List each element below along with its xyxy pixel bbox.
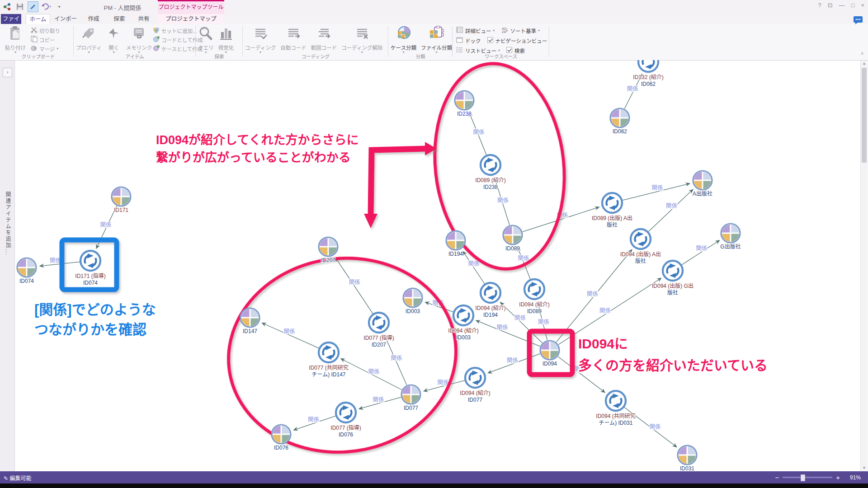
window-button-3[interactable]: □: [851, 2, 855, 9]
bottom-strip: [0, 483, 868, 488]
node-r094_194[interactable]: ID094 (紹介)ID194: [475, 283, 505, 318]
node-G出版社[interactable]: G出版社: [720, 224, 741, 250]
ribbon-button-プロパティ[interactable]: プロパティ▾: [74, 25, 104, 55]
app-icon[interactable]: [2, 2, 12, 12]
annotation-text-0: ID094が紹介してくれた方からさらに: [156, 130, 359, 148]
ribbon-button-クエリ[interactable]: クエリ▾: [196, 25, 216, 55]
node-ID194[interactable]: ID194: [446, 231, 465, 257]
edit-pencil-icon[interactable]: [28, 1, 38, 12]
edge-label: 関係: [507, 357, 518, 364]
ribbon-button-視覚化[interactable]: 視覚化▾: [216, 25, 236, 55]
クエリ-icon: [198, 26, 213, 43]
node-r171_074[interactable]: ID171 (指導)ID074: [75, 251, 105, 286]
node-r094_077[interactable]: ID094 (紹介)ID077: [460, 368, 490, 403]
node-ID077[interactable]: ID077: [401, 385, 420, 411]
window-button-0[interactable]: ?: [818, 2, 821, 9]
ribbon-button-範囲コード[interactable]: 範囲コード: [309, 25, 340, 52]
tab-ファイル[interactable]: ファイル: [1, 14, 21, 24]
node-r089_238[interactable]: ID089 (紹介)ID238: [475, 155, 505, 190]
node-ID094[interactable]: ID094: [540, 341, 559, 367]
node-ID089[interactable]: ID089: [503, 225, 522, 252]
node-label: A出版社: [693, 190, 712, 197]
ribbon-group-コーディング: コーディング▾自動コード範囲コードコーディング解除▾コーディング: [243, 24, 388, 60]
node-label-line1: ID094 (紹介): [475, 305, 505, 311]
ribbon-button-ソート基準[interactable]: AZZAソート基準▾: [501, 27, 540, 34]
window-button-4[interactable]: ×: [861, 2, 864, 9]
貼り付け-icon: [9, 26, 22, 43]
tab-作成[interactable]: 作成: [84, 14, 103, 24]
node-label-line1: ID094 (紹介): [460, 390, 490, 396]
contextual-tab-header: プロジェクトマップツール: [158, 0, 224, 14]
node-r094_pubG[interactable]: ID094 (出版) G出版社: [652, 261, 693, 296]
node-label-line1: ID089 (紹介): [475, 177, 505, 183]
edge-r077_147-ID147[interactable]: [262, 323, 319, 348]
zoom-out-button[interactable]: −: [775, 474, 779, 481]
node-ID238[interactable]: ID238: [455, 91, 474, 117]
ribbon-button-ドック[interactable]: ドック: [456, 37, 481, 44]
node-label-line2: 版社: [607, 221, 618, 228]
tab-インポート[interactable]: インポート: [54, 14, 77, 24]
scroll-down-icon[interactable]: ▼: [861, 466, 868, 470]
コピー-icon: [31, 36, 38, 43]
node-A出版社[interactable]: A出版社: [693, 171, 712, 197]
node-r077_147[interactable]: ID077 (共同研究チーム) ID147: [309, 343, 348, 378]
ribbon-button-ケース分類[interactable]: ケース分類▾: [388, 25, 419, 55]
edge-r094_pubA-A出版社[interactable]: [648, 189, 693, 232]
node-ID074[interactable]: ID074: [17, 258, 36, 284]
tab-探索[interactable]: 探索: [110, 14, 129, 24]
ribbon-button-メモリンク[interactable]: メモリンク▾: [124, 25, 155, 55]
ribbon-button-自動コード[interactable]: 自動コード: [278, 25, 309, 52]
node-label: ID171: [114, 207, 128, 213]
ribbon-button-貼り付け[interactable]: 貼り付け▾: [3, 25, 28, 55]
node-label-line2: 版社: [635, 258, 646, 264]
window-button-1[interactable]: ⊡: [828, 2, 833, 9]
comments-icon[interactable]: [854, 16, 863, 26]
zoom-percent: 91%: [850, 474, 861, 481]
node-ID147[interactable]: ID147: [241, 308, 259, 334]
node-r094_089[interactable]: ID094 (紹介)ID089: [519, 279, 549, 314]
edge-label: 関係: [518, 255, 529, 262]
zoom-in-button[interactable]: +: [836, 474, 840, 481]
ribbon-group-クリップボード: 貼り付け▾切り取りコピーマージ▾クリップボード: [3, 24, 74, 60]
ribbon-button-切り取り[interactable]: 切り取り: [31, 27, 60, 34]
ribbon-button-開く[interactable]: 開く▾: [104, 25, 124, 55]
save-icon[interactable]: [15, 2, 25, 12]
window-title: PM - 人間関係: [84, 3, 161, 12]
ribbon-button-マージ[interactable]: マージ▾: [31, 45, 60, 52]
edge-label: 関係: [599, 308, 611, 314]
node-r089_pubA[interactable]: ID089 (出版) A出版社: [592, 193, 632, 228]
undo-icon[interactable]: ▾: [41, 2, 51, 12]
node-r094_031[interactable]: ID094 (共同研究チーム) ID031: [596, 391, 635, 426]
ribbon-group-アイテム: プロパティ▾開く▾メモリンク▾セットに追加...コードとして作成ケースとして作成…: [74, 24, 196, 60]
scrollbar-thumb[interactable]: [862, 68, 867, 163]
window-button-2[interactable]: —: [839, 2, 845, 9]
node-ID062[interactable]: ID062: [610, 108, 629, 135]
node-label-line2: ID077: [468, 397, 482, 403]
node-r077_207[interactable]: ID077 (指導)ID207: [363, 313, 394, 348]
node-ID076[interactable]: ID076: [272, 425, 291, 451]
vertical-scrollbar[interactable]: ▲ ▼: [860, 61, 868, 471]
zoom-slider[interactable]: [783, 477, 832, 478]
ribbon-button-コーディング解除[interactable]: コーディング解除▾: [339, 25, 385, 55]
node-ID031[interactable]: ID031: [678, 446, 697, 471]
node-ID207[interactable]: ID207: [319, 237, 338, 263]
node-r077_076[interactable]: ID077 (指導)ID076: [330, 403, 361, 438]
edge-r094_pubG-G出版社[interactable]: [682, 240, 720, 265]
project-map-canvas[interactable]: 関係関係関係関係関係関係関係関係関係関係関係関係関係関係関係関係関係関係関係関係…: [0, 60, 868, 471]
node-ID003[interactable]: ID003: [403, 288, 422, 314]
tab-プロジェクトマップ[interactable]: プロジェクトマップ: [158, 14, 224, 24]
zoom-slider-thumb[interactable]: [801, 474, 805, 481]
ribbon-button-コーディング[interactable]: コーディング▾: [243, 25, 278, 55]
scroll-up-icon[interactable]: ▲: [861, 61, 868, 66]
ribbon-button-詳細ビュー[interactable]: 詳細ビュー▾: [456, 27, 495, 34]
tab-共有[interactable]: 共有: [134, 14, 153, 24]
node-r094_pubA[interactable]: ID094 (出版) A出版社: [620, 229, 661, 264]
qat-more-icon[interactable]: ⸱▾: [54, 2, 64, 12]
tab-ホーム[interactable]: ホーム: [26, 14, 50, 24]
ribbon-collapse-icon[interactable]: ˄: [861, 51, 863, 56]
ribbon-button-コピー[interactable]: コピー: [31, 36, 60, 43]
node-ID171[interactable]: ID171: [112, 187, 131, 213]
ribbon-button-ナビゲーションビュー[interactable]: ナビゲーションビュー: [487, 37, 547, 44]
ribbon-button-ファイル分類[interactable]: ファイル分類▾: [419, 25, 454, 55]
node-r094_003[interactable]: ID094 (紹介)ID003: [448, 305, 478, 341]
